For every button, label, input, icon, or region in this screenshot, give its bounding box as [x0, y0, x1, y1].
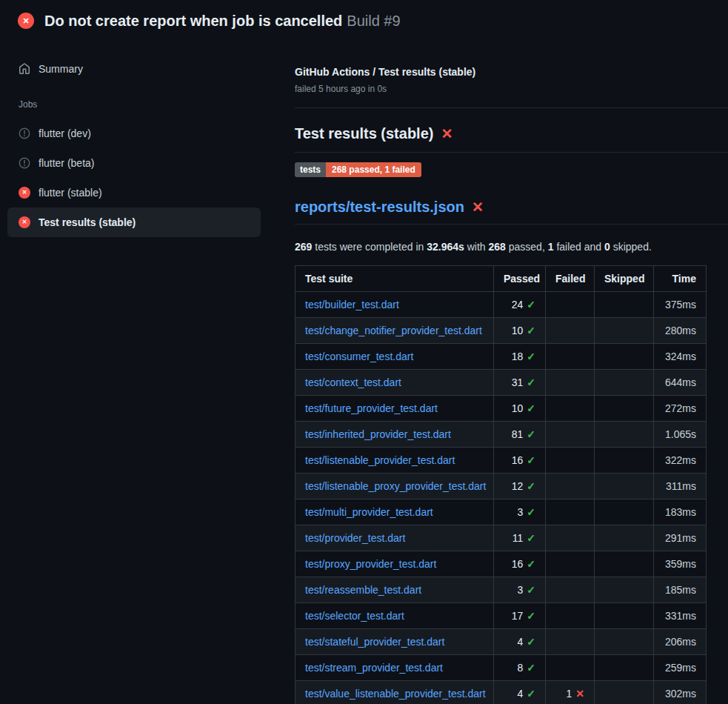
job-run-meta: failed 5 hours ago in 0s [295, 83, 728, 95]
passed-cell: 18✓ [494, 344, 546, 370]
failed-cell: 1✕ [546, 681, 595, 704]
check-icon: ✓ [527, 454, 535, 466]
failed-cell [546, 525, 595, 551]
time-cell: 324ms [654, 344, 707, 370]
time-cell: 1.065s [654, 422, 707, 448]
badge-value: 268 passed, 1 failed [326, 162, 421, 177]
table-row: test/change_notifier_provider_test.dart1… [295, 318, 707, 344]
test-suite-link[interactable]: test/stream_provider_test.dart [305, 662, 443, 674]
test-suite-link[interactable]: test/change_notifier_provider_test.dart [305, 325, 482, 336]
column-header-passed: Passed [494, 266, 546, 292]
skipped-cell [595, 525, 654, 551]
time-cell: 272ms [654, 396, 707, 422]
tests-badge: tests268 passed, 1 failed [295, 162, 421, 177]
skipped-cell [595, 577, 654, 603]
test-suite-link[interactable]: test/listenable_provider_test.dart [305, 454, 455, 466]
failed-x-icon: ✕ [441, 126, 453, 142]
test-suite-link[interactable]: test/selector_test.dart [305, 610, 404, 622]
test-suite-link[interactable]: test/reassemble_test.dart [305, 584, 421, 596]
main-content: GitHub Actions / Test results (stable) f… [295, 0, 728, 704]
suite-cell: test/change_notifier_provider_test.dart [295, 318, 494, 344]
test-suite-link[interactable]: test/consumer_test.dart [305, 351, 413, 362]
check-icon: ✓ [527, 506, 535, 518]
sidebar-item-summary[interactable]: Summary [7, 58, 261, 80]
test-suite-link[interactable]: test/builder_test.dart [305, 299, 399, 311]
time-cell: 644ms [654, 370, 707, 396]
table-header-row: Test suitePassedFailedSkippedTime [295, 266, 707, 292]
failed-cell [546, 603, 595, 629]
test-suite-link[interactable]: test/inherited_provider_test.dart [305, 428, 451, 440]
time-cell: 359ms [654, 551, 707, 577]
passed-cell: 12✓ [494, 474, 546, 499]
sidebar-item-test-results-stable[interactable]: ✕ Test results (stable) [7, 207, 261, 237]
time-cell: 331ms [654, 603, 707, 629]
job-label: flutter (beta) [39, 157, 94, 169]
suite-cell: test/listenable_proxy_provider_test.dart [295, 474, 494, 499]
sidebar-item-flutter-stable[interactable]: ✕ flutter (stable) [7, 178, 261, 207]
check-icon: ✓ [527, 662, 535, 674]
check-icon: ✓ [527, 636, 535, 648]
test-suite-link[interactable]: test/value_listenable_provider_test.dart [305, 688, 486, 700]
table-row: test/stateful_provider_test.dart4✓206ms [295, 629, 707, 655]
sidebar-item-flutter-beta[interactable]: flutter (beta) [7, 148, 261, 178]
passed-cell: 11✓ [494, 525, 546, 551]
time-cell: 280ms [654, 318, 707, 344]
passed-cell: 4✓ [494, 629, 546, 655]
suite-cell: test/value_listenable_provider_test.dart [295, 681, 494, 704]
suite-cell: test/context_test.dart [295, 370, 494, 396]
table-row: test/consumer_test.dart18✓324ms [295, 344, 707, 370]
time-cell: 322ms [654, 448, 707, 474]
test-suite-link[interactable]: test/multi_provider_test.dart [305, 506, 433, 518]
suite-cell: test/reassemble_test.dart [295, 577, 494, 603]
job-label: flutter (stable) [39, 187, 102, 199]
test-suite-link[interactable]: test/stateful_provider_test.dart [305, 636, 444, 648]
test-suite-link[interactable]: test/future_provider_test.dart [305, 402, 438, 414]
jobs-section-label: Jobs [19, 99, 268, 110]
check-icon: ✓ [527, 688, 535, 700]
skipped-cell [595, 344, 654, 370]
time-cell: 311ms [654, 474, 707, 499]
cross-icon: ✕ [575, 688, 584, 700]
passed-cell: 17✓ [494, 603, 546, 629]
failed-circle-x-icon: ✕ [19, 216, 30, 228]
check-icon: ✓ [527, 325, 535, 336]
test-suite-link[interactable]: test/context_test.dart [305, 376, 401, 388]
sidebar-item-flutter-dev[interactable]: flutter (dev) [7, 119, 261, 148]
table-row: test/provider_test.dart11✓291ms [295, 525, 707, 551]
test-suite-link[interactable]: test/listenable_proxy_provider_test.dart [305, 480, 486, 492]
failed-cell [546, 448, 595, 474]
suite-cell: test/consumer_test.dart [295, 344, 494, 370]
warning-circle-icon [19, 157, 30, 169]
skipped-cell [595, 318, 654, 344]
passed-cell: 4✓ [494, 681, 546, 704]
table-row: test/reassemble_test.dart3✓185ms [295, 577, 707, 603]
table-row: test/multi_provider_test.dart3✓183ms [295, 499, 707, 525]
check-icon: ✓ [527, 584, 535, 596]
jobs-list: flutter (dev) flutter (beta) ✕ flutter (… [0, 119, 268, 237]
check-icon: ✓ [527, 351, 535, 362]
table-row: test/listenable_proxy_provider_test.dart… [295, 474, 707, 499]
check-icon: ✓ [527, 402, 535, 414]
check-icon: ✓ [527, 610, 535, 622]
skipped-cell [595, 629, 654, 655]
failed-cell [546, 577, 595, 603]
failed-cell [546, 318, 595, 344]
table-row: test/listenable_provider_test.dart16✓322… [295, 448, 707, 474]
skipped-cell [595, 681, 654, 704]
passed-cell: 81✓ [494, 422, 546, 448]
report-heading: reports/test-results.json✕ [295, 196, 728, 225]
report-file-link[interactable]: reports/test-results.json [295, 199, 464, 215]
test-suite-link[interactable]: test/provider_test.dart [305, 532, 405, 544]
failed-status-icon: ✕ [18, 13, 34, 29]
check-icon: ✓ [527, 558, 535, 570]
failed-cell [546, 629, 595, 655]
passed-cell: 8✓ [494, 655, 546, 681]
skipped-cell [595, 603, 654, 629]
failed-cell [546, 370, 595, 396]
suite-cell: test/proxy_provider_test.dart [295, 551, 494, 577]
test-suite-link[interactable]: test/proxy_provider_test.dart [305, 558, 436, 570]
passed-cell: 3✓ [494, 577, 546, 603]
table-row: test/future_provider_test.dart10✓272ms [295, 396, 707, 422]
failed-circle-x-icon: ✕ [19, 187, 30, 199]
home-icon [19, 63, 30, 75]
